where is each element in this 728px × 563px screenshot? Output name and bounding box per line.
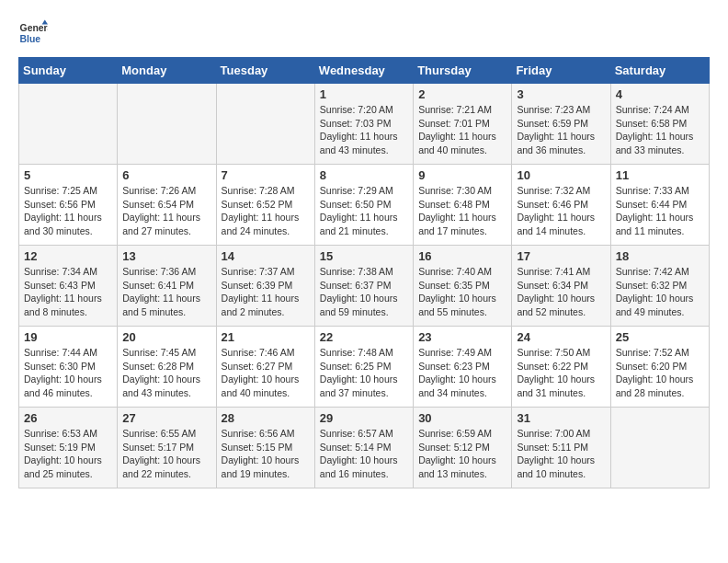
week-row-3: 12Sunrise: 7:34 AM Sunset: 6:43 PM Dayli…: [19, 246, 710, 327]
cell-content: Sunrise: 7:21 AM Sunset: 7:01 PM Dayligh…: [418, 103, 506, 157]
day-number: 25: [616, 330, 704, 344]
day-number: 7: [222, 168, 310, 182]
cell-content: Sunrise: 7:44 AM Sunset: 6:30 PM Dayligh…: [24, 346, 112, 400]
calendar-cell: 13Sunrise: 7:36 AM Sunset: 6:41 PM Dayli…: [118, 246, 216, 327]
day-number: 6: [122, 168, 210, 182]
col-header-wednesday: Wednesday: [314, 58, 413, 84]
svg-text:General: General: [20, 23, 48, 33]
day-number: 19: [24, 330, 112, 344]
day-number: 9: [418, 168, 506, 182]
cell-content: Sunrise: 7:40 AM Sunset: 6:35 PM Dayligh…: [418, 265, 506, 319]
cell-content: Sunrise: 7:26 AM Sunset: 6:54 PM Dayligh…: [122, 184, 210, 238]
calendar-cell: [216, 84, 314, 165]
week-row-4: 19Sunrise: 7:44 AM Sunset: 6:30 PM Dayli…: [19, 327, 710, 408]
calendar-cell: 29Sunrise: 6:57 AM Sunset: 5:14 PM Dayli…: [314, 408, 413, 488]
day-number: 30: [418, 411, 506, 425]
calendar-cell: 25Sunrise: 7:52 AM Sunset: 6:20 PM Dayli…: [610, 327, 709, 408]
cell-content: Sunrise: 7:32 AM Sunset: 6:46 PM Dayligh…: [517, 184, 605, 238]
cell-content: Sunrise: 7:38 AM Sunset: 6:37 PM Dayligh…: [320, 265, 408, 319]
day-number: 31: [517, 411, 605, 425]
day-number: 1: [320, 87, 408, 101]
day-number: 2: [418, 87, 506, 101]
day-number: 3: [517, 87, 605, 101]
calendar-cell: 30Sunrise: 6:59 AM Sunset: 5:12 PM Dayli…: [414, 408, 512, 488]
calendar-cell: 16Sunrise: 7:40 AM Sunset: 6:35 PM Dayli…: [414, 246, 512, 327]
calendar-cell: 26Sunrise: 6:53 AM Sunset: 5:19 PM Dayli…: [19, 408, 118, 488]
day-number: 15: [320, 249, 408, 263]
day-number: 18: [616, 249, 704, 263]
calendar-cell: [118, 84, 216, 165]
day-number: 22: [320, 330, 408, 344]
cell-content: Sunrise: 7:30 AM Sunset: 6:48 PM Dayligh…: [418, 184, 506, 238]
cell-content: Sunrise: 6:59 AM Sunset: 5:12 PM Dayligh…: [418, 427, 506, 481]
calendar-cell: 5Sunrise: 7:25 AM Sunset: 6:56 PM Daylig…: [19, 165, 118, 246]
day-number: 20: [122, 330, 210, 344]
page-header: General Blue: [18, 18, 710, 48]
week-row-5: 26Sunrise: 6:53 AM Sunset: 5:19 PM Dayli…: [19, 408, 710, 488]
cell-content: Sunrise: 7:42 AM Sunset: 6:32 PM Dayligh…: [616, 265, 704, 319]
col-header-saturday: Saturday: [610, 58, 709, 84]
calendar-cell: 3Sunrise: 7:23 AM Sunset: 6:59 PM Daylig…: [512, 84, 610, 165]
day-number: 17: [517, 249, 605, 263]
logo-icon: General Blue: [18, 18, 48, 48]
day-number: 26: [24, 411, 112, 425]
day-number: 12: [24, 249, 112, 263]
col-header-tuesday: Tuesday: [216, 58, 314, 84]
cell-content: Sunrise: 7:20 AM Sunset: 7:03 PM Dayligh…: [320, 103, 408, 157]
calendar-cell: 15Sunrise: 7:38 AM Sunset: 6:37 PM Dayli…: [314, 246, 413, 327]
cell-content: Sunrise: 7:49 AM Sunset: 6:23 PM Dayligh…: [418, 346, 506, 400]
calendar-cell: 7Sunrise: 7:28 AM Sunset: 6:52 PM Daylig…: [216, 165, 314, 246]
calendar-cell: 21Sunrise: 7:46 AM Sunset: 6:27 PM Dayli…: [216, 327, 314, 408]
calendar-table: SundayMondayTuesdayWednesdayThursdayFrid…: [18, 57, 710, 488]
week-row-2: 5Sunrise: 7:25 AM Sunset: 6:56 PM Daylig…: [19, 165, 710, 246]
calendar-cell: 27Sunrise: 6:55 AM Sunset: 5:17 PM Dayli…: [118, 408, 216, 488]
cell-content: Sunrise: 7:29 AM Sunset: 6:50 PM Dayligh…: [320, 184, 408, 238]
calendar-cell: 23Sunrise: 7:49 AM Sunset: 6:23 PM Dayli…: [414, 327, 512, 408]
calendar-cell: 14Sunrise: 7:37 AM Sunset: 6:39 PM Dayli…: [216, 246, 314, 327]
cell-content: Sunrise: 6:53 AM Sunset: 5:19 PM Dayligh…: [24, 427, 112, 481]
cell-content: Sunrise: 7:25 AM Sunset: 6:56 PM Dayligh…: [24, 184, 112, 238]
calendar-cell: 8Sunrise: 7:29 AM Sunset: 6:50 PM Daylig…: [314, 165, 413, 246]
cell-content: Sunrise: 6:57 AM Sunset: 5:14 PM Dayligh…: [320, 427, 408, 481]
calendar-cell: 4Sunrise: 7:24 AM Sunset: 6:58 PM Daylig…: [610, 84, 709, 165]
calendar-cell: 2Sunrise: 7:21 AM Sunset: 7:01 PM Daylig…: [414, 84, 512, 165]
day-number: 10: [517, 168, 605, 182]
cell-content: Sunrise: 7:33 AM Sunset: 6:44 PM Dayligh…: [616, 184, 704, 238]
calendar-cell: 18Sunrise: 7:42 AM Sunset: 6:32 PM Dayli…: [610, 246, 709, 327]
day-number: 16: [418, 249, 506, 263]
calendar-cell: 31Sunrise: 7:00 AM Sunset: 5:11 PM Dayli…: [512, 408, 610, 488]
cell-content: Sunrise: 7:37 AM Sunset: 6:39 PM Dayligh…: [222, 265, 310, 319]
col-header-monday: Monday: [118, 58, 216, 84]
day-number: 8: [320, 168, 408, 182]
day-number: 29: [320, 411, 408, 425]
logo: General Blue: [18, 18, 51, 48]
calendar-cell: 19Sunrise: 7:44 AM Sunset: 6:30 PM Dayli…: [19, 327, 118, 408]
calendar-cell: 28Sunrise: 6:56 AM Sunset: 5:15 PM Dayli…: [216, 408, 314, 488]
cell-content: Sunrise: 7:52 AM Sunset: 6:20 PM Dayligh…: [616, 346, 704, 400]
cell-content: Sunrise: 7:45 AM Sunset: 6:28 PM Dayligh…: [122, 346, 210, 400]
day-number: 11: [616, 168, 704, 182]
calendar-cell: 6Sunrise: 7:26 AM Sunset: 6:54 PM Daylig…: [118, 165, 216, 246]
day-number: 4: [616, 87, 704, 101]
day-number: 27: [122, 411, 210, 425]
calendar-cell: 20Sunrise: 7:45 AM Sunset: 6:28 PM Dayli…: [118, 327, 216, 408]
day-number: 28: [222, 411, 310, 425]
day-number: 24: [517, 330, 605, 344]
cell-content: Sunrise: 7:36 AM Sunset: 6:41 PM Dayligh…: [122, 265, 210, 319]
col-header-sunday: Sunday: [19, 58, 118, 84]
week-row-1: 1Sunrise: 7:20 AM Sunset: 7:03 PM Daylig…: [19, 84, 710, 165]
cell-content: Sunrise: 7:28 AM Sunset: 6:52 PM Dayligh…: [222, 184, 310, 238]
cell-content: Sunrise: 7:23 AM Sunset: 6:59 PM Dayligh…: [517, 103, 605, 157]
calendar-cell: 9Sunrise: 7:30 AM Sunset: 6:48 PM Daylig…: [414, 165, 512, 246]
day-number: 5: [24, 168, 112, 182]
cell-content: Sunrise: 7:50 AM Sunset: 6:22 PM Dayligh…: [517, 346, 605, 400]
cell-content: Sunrise: 7:48 AM Sunset: 6:25 PM Dayligh…: [320, 346, 408, 400]
day-number: 23: [418, 330, 506, 344]
calendar-cell: [610, 408, 709, 488]
cell-content: Sunrise: 7:24 AM Sunset: 6:58 PM Dayligh…: [616, 103, 704, 157]
cell-content: Sunrise: 7:00 AM Sunset: 5:11 PM Dayligh…: [517, 427, 605, 481]
cell-content: Sunrise: 7:34 AM Sunset: 6:43 PM Dayligh…: [24, 265, 112, 319]
svg-text:Blue: Blue: [20, 34, 41, 44]
cell-content: Sunrise: 7:41 AM Sunset: 6:34 PM Dayligh…: [517, 265, 605, 319]
calendar-cell: 1Sunrise: 7:20 AM Sunset: 7:03 PM Daylig…: [314, 84, 413, 165]
